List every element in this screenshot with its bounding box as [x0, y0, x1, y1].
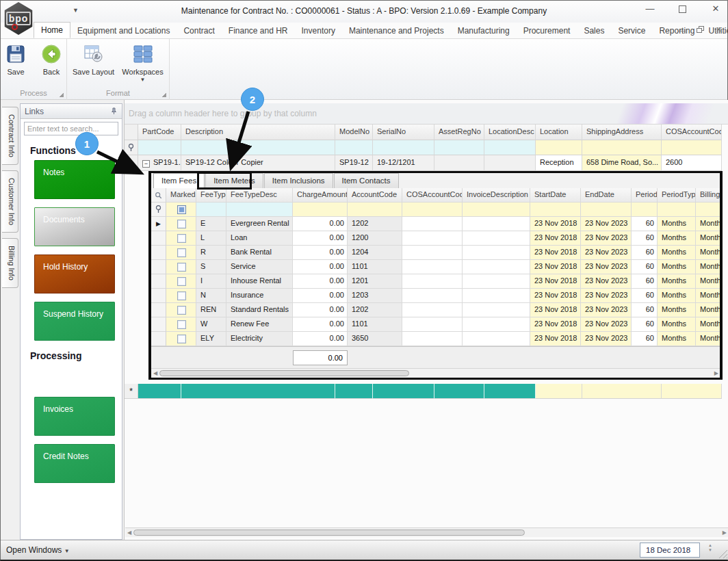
subgrid-cell-chargeamount[interactable]: 0.00	[293, 231, 348, 246]
subgrid-cell-startdate[interactable]: 23 Nov 2018	[530, 289, 581, 303]
new-row-cell-modelno[interactable]	[335, 384, 373, 399]
subgrid-cell-cosaccountcode[interactable]	[402, 332, 463, 346]
column-header-assetregno[interactable]: AssetRegNo	[434, 125, 484, 140]
subgrid-cell-cosaccountcode[interactable]	[402, 274, 463, 289]
subgrid-cell-period[interactable]: 60	[632, 289, 658, 303]
subgrid-cell-period[interactable]: 60	[632, 332, 658, 346]
ribbon-tab-procurement[interactable]: Procurement	[517, 23, 577, 38]
function-button-notes[interactable]: Notes	[34, 160, 115, 199]
ribbon-tab-contract[interactable]: Contract	[177, 23, 221, 38]
subgrid-row-indicator[interactable]	[151, 332, 166, 346]
subgrid-cell-enddate[interactable]: 23 Nov 2023	[581, 231, 632, 246]
subgrid-cell-cosaccountcode[interactable]	[402, 303, 463, 317]
subgrid-cell-enddate[interactable]: 23 Nov 2023	[581, 317, 632, 332]
row-cell-location[interactable]: Reception	[536, 155, 582, 171]
subgrid-cell-period[interactable]: 60	[632, 231, 658, 246]
subgrid-row-indicator[interactable]	[151, 289, 166, 303]
subgrid-filter-cell-enddate[interactable]	[581, 203, 632, 217]
subgrid-cell-accountcode[interactable]: 1101	[348, 260, 402, 274]
subgrid-filter-cell-periodtype[interactable]	[658, 203, 696, 217]
subgrid-cell-enddate[interactable]: 23 Nov 2023	[581, 260, 632, 274]
grid-row-indicator[interactable]: ▶	[125, 155, 138, 171]
subgrid-column-header-startdate[interactable]: StartDate	[530, 188, 581, 203]
subgrid-column-header-periodtype[interactable]: PeriodType	[658, 188, 696, 203]
save-button[interactable]: Save	[1, 43, 31, 76]
subgrid-cell-cosaccountcode[interactable]	[402, 231, 463, 246]
column-header-location[interactable]: Location	[536, 125, 582, 140]
subgrid-cell-feetype[interactable]: E	[196, 217, 226, 231]
function-button-invoices[interactable]: Invoices	[34, 397, 115, 436]
subgrid-cell-billingcycle[interactable]: Monthly	[696, 289, 723, 303]
new-row-cell-partcode[interactable]	[138, 384, 181, 399]
side-tab-billing-info[interactable]: Billing Info	[2, 238, 18, 288]
collapse-row-icon[interactable]: −	[142, 160, 150, 168]
marked-checkbox[interactable]	[177, 291, 186, 300]
ribbon-tab-maintenance-and-projects[interactable]: Maintenance and Projects	[342, 23, 451, 38]
subgrid-tab-item-fees[interactable]: Item Fees	[153, 173, 205, 188]
subgrid-cell-cosaccountcode[interactable]	[402, 260, 463, 274]
column-header-modelno[interactable]: ModelNo	[335, 125, 373, 140]
row-cell-description[interactable]: SP19-12 Colour Copier	[181, 155, 335, 171]
subgrid-cell-billingcycle[interactable]: Monthly	[696, 217, 723, 231]
subgrid-cell-billingcycle[interactable]: Monthly	[696, 303, 723, 317]
subgrid-cell-enddate[interactable]: 23 Nov 2023	[581, 332, 632, 346]
scroll-left-icon[interactable]: ◀	[127, 530, 131, 536]
new-row-cell-description[interactable]	[181, 384, 335, 399]
subgrid-cell-feetypedesc[interactable]: Insurance	[226, 289, 293, 303]
group-by-bar[interactable]: Drag a column header here to group by th…	[125, 103, 728, 125]
subgrid-cell-startdate[interactable]: 23 Nov 2018	[530, 303, 581, 317]
subgrid-cell-feetype[interactable]: I	[196, 274, 226, 289]
marked-filter-checkbox[interactable]	[177, 205, 186, 214]
subgrid-cell-invoicedescription[interactable]	[463, 217, 530, 231]
subgrid-cell-marked[interactable]	[166, 274, 196, 289]
column-header-cosaccountcode[interactable]: COSAccountCode	[662, 125, 722, 140]
row-cell-cosaccountcode[interactable]: 2600	[662, 155, 722, 171]
subgrid-cell-billingcycle[interactable]: Monthly	[696, 246, 723, 260]
subgrid-cell-marked[interactable]	[166, 246, 196, 260]
new-row-cell-location[interactable]	[536, 384, 582, 399]
date-spinner[interactable]: ▲▼	[708, 543, 712, 552]
subgrid-cell-marked[interactable]	[166, 217, 196, 231]
filter-cell-partcode[interactable]	[138, 140, 181, 155]
subgrid-filter-cell-feetype[interactable]	[196, 203, 226, 217]
subgrid-column-header-cosaccountcode[interactable]: COSAccountCode	[402, 188, 463, 203]
subgrid-column-header-feetype[interactable]: FeeType	[196, 188, 226, 203]
subgrid-row-indicator[interactable]	[151, 274, 166, 289]
subgrid-column-header-chargeamount[interactable]: ChargeAmount	[293, 188, 348, 203]
subgrid-row-indicator[interactable]	[151, 231, 166, 246]
subgrid-filter-cell-cosaccountcode[interactable]	[402, 203, 463, 217]
subgrid-filter-cell-startdate[interactable]	[530, 203, 581, 217]
subgrid-cell-invoicedescription[interactable]	[463, 289, 530, 303]
subgrid-cell-feetype[interactable]: REN	[196, 303, 226, 317]
subgrid-cell-feetypedesc[interactable]: Bank Rental	[226, 246, 293, 260]
save-layout-button[interactable]: Save Layout	[72, 43, 116, 83]
mdi-restore-icon[interactable]	[697, 26, 705, 34]
subgrid-filter-cell-invoicedescription[interactable]	[463, 203, 530, 217]
ribbon-tab-equipment-and-locations[interactable]: Equipment and Locations	[70, 23, 177, 38]
subgrid-cell-feetypedesc[interactable]: Renew Fee	[226, 317, 293, 332]
filter-cell-assetregno[interactable]	[434, 140, 484, 155]
subgrid-cell-marked[interactable]	[166, 332, 196, 346]
subgrid-cell-chargeamount[interactable]: 0.00	[293, 217, 348, 231]
subgrid-cell-accountcode[interactable]: 3650	[348, 332, 402, 346]
subgrid-cell-marked[interactable]	[166, 289, 196, 303]
minimize-button[interactable]: —	[642, 3, 658, 14]
subgrid-cell-period[interactable]: 60	[632, 260, 658, 274]
subgrid-cell-accountcode[interactable]: 1200	[348, 231, 402, 246]
subgrid-cell-accountcode[interactable]: 1203	[348, 289, 402, 303]
subgrid-cell-feetype[interactable]: R	[196, 246, 226, 260]
row-cell-modelno[interactable]: SP19-12	[335, 155, 373, 171]
subgrid-cell-cosaccountcode[interactable]	[402, 289, 463, 303]
ribbon-tab-service[interactable]: Service	[611, 23, 652, 38]
side-tab-contract-info[interactable]: Contract Info	[2, 107, 18, 165]
subgrid-cell-billingcycle[interactable]: Monthly	[696, 231, 723, 246]
subgrid-cell-billingcycle[interactable]: Monthly	[696, 274, 723, 289]
pin-icon[interactable]	[110, 107, 118, 115]
subgrid-cell-chargeamount[interactable]: 0.00	[293, 303, 348, 317]
subgrid-cell-feetype[interactable]: S	[196, 260, 226, 274]
filter-cell-serialno[interactable]	[373, 140, 434, 155]
close-button[interactable]: ✕	[708, 3, 723, 14]
ribbon-tab-inventory[interactable]: Inventory	[295, 23, 342, 38]
subgrid-cell-period[interactable]: 60	[632, 303, 658, 317]
subgrid-cell-periodtype[interactable]: Months	[658, 317, 696, 332]
